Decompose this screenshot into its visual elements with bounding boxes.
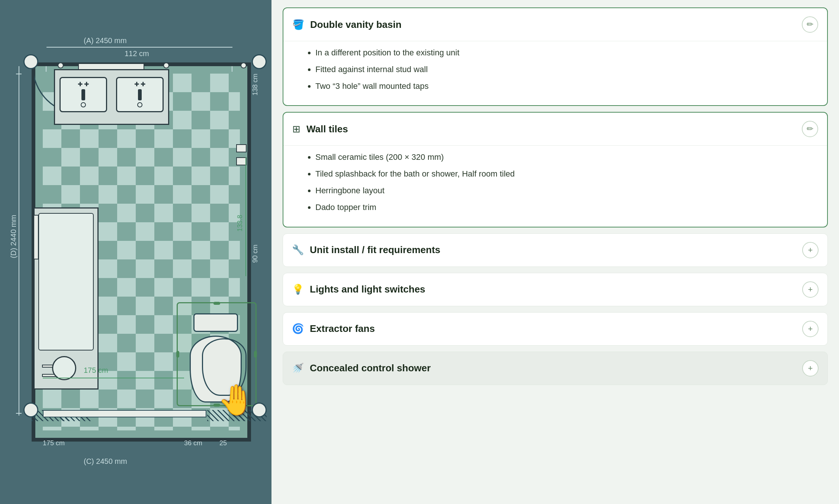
dim-36-label: 36 cm [184, 439, 202, 447]
lights-add-icon: + [808, 285, 813, 294]
section-unit-install: 🔧 Unit install / fit requirements + [283, 233, 828, 267]
dim-a-label: (A) 2450 mm [84, 36, 127, 45]
install-add-button[interactable]: + [802, 242, 819, 258]
dim-138-label: 138 cm [251, 74, 259, 96]
dim-d-label: (D) 2440 mm [9, 215, 18, 258]
floor-plan-panel: ✚ ✚ ✚ ✚ [0, 0, 271, 504]
section-double-vanity-basin: 🪣 Double vanity basin ✏ In a different p… [283, 7, 828, 106]
section-header-fans[interactable]: 🌀 Extractor fans + [283, 313, 827, 345]
section-header-install[interactable]: 🔧 Unit install / fit requirements + [283, 234, 827, 266]
lights-title: Lights and light switches [310, 284, 425, 295]
right-panel: 🪣 Double vanity basin ✏ In a different p… [271, 0, 839, 504]
section-header-left-basin: 🪣 Double vanity basin [292, 19, 402, 30]
tiles-item-0: Small ceramic tiles (200 × 320 mm) [315, 152, 818, 163]
section-header-left-lights: 💡 Lights and light switches [292, 284, 425, 295]
dim-c-label: (C) 2450 mm [84, 457, 127, 466]
tiles-edit-button[interactable]: ✏ [802, 121, 818, 137]
corner-bottom-left [23, 403, 38, 417]
corner-top-right [252, 54, 267, 69]
tap-left-icon: ✚ ✚ [78, 81, 89, 88]
basin-body: In a different position to the existing … [283, 41, 827, 105]
bath-drain [52, 356, 76, 380]
drain-left [81, 102, 86, 107]
section-header-left-fans: 🌀 Extractor fans [292, 323, 375, 335]
tiles-item-3: Dado topper trim [315, 202, 818, 213]
basin-right: ✚ ✚ [116, 77, 164, 112]
shower-icon: 🚿 [292, 362, 304, 374]
basin-tap-right [138, 89, 142, 100]
meas-vert-label: 133.8 [236, 215, 244, 232]
toilet-tank [193, 313, 238, 332]
section-header-basin: 🪣 Double vanity basin ✏ [283, 8, 827, 41]
drain-right [137, 102, 142, 107]
meas-horiz-label: 175 cm [84, 366, 108, 375]
tiles-list: Small ceramic tiles (200 × 320 mm) Tiled… [308, 146, 818, 213]
tiles-title: Wall tiles [306, 123, 348, 135]
section-header-left-shower: 🚿 Concealed control shower [292, 362, 431, 374]
dim-175-label: 175 cm [43, 439, 65, 447]
lights-add-button[interactable]: + [802, 281, 819, 298]
section-wall-tiles: ⊞ Wall tiles ✏ Small ceramic tiles (200 … [283, 112, 828, 227]
tiles-icon: ⊞ [292, 123, 300, 135]
basin-edit-button[interactable]: ✏ [802, 16, 818, 33]
section-header-tiles: ⊞ Wall tiles ✏ [283, 113, 827, 145]
tiles-item-2: Herringbone layout [315, 185, 818, 197]
section-concealed-shower: 🚿 Concealed control shower + [283, 352, 828, 385]
fans-add-button[interactable]: + [802, 321, 819, 337]
green-dot-right [254, 351, 257, 358]
fans-icon: 🌀 [292, 323, 304, 335]
tiles-item-1: Tiled splashback for the bath or shower,… [315, 168, 818, 180]
install-add-icon: + [808, 245, 813, 255]
dim-top-tick-r [232, 66, 232, 72]
knob-tl [58, 62, 64, 68]
fixture-r2 [236, 157, 247, 165]
dim-25-label: 25 [219, 439, 227, 447]
basin-left: ✚ ✚ [60, 77, 107, 112]
basin-item-0: In a different position to the existing … [315, 47, 818, 59]
dim-left-tick-b [16, 413, 22, 414]
towel-rail [33, 215, 39, 259]
basin-list: In a different position to the existing … [308, 41, 818, 92]
shower-add-button[interactable]: + [802, 360, 819, 377]
lights-icon: 💡 [292, 284, 304, 295]
fans-title: Extractor fans [310, 323, 375, 335]
section-header-left-tiles: ⊞ Wall tiles [292, 123, 348, 135]
section-extractor-fans: 🌀 Extractor fans + [283, 312, 828, 346]
dim-left-line [19, 66, 19, 416]
section-header-lights[interactable]: 💡 Lights and light switches + [283, 273, 827, 306]
tap-right-icon: ✚ ✚ [134, 81, 145, 88]
tiles-edit-icon: ✏ [807, 124, 813, 134]
section-lights: 💡 Lights and light switches + [283, 273, 828, 306]
section-header-shower[interactable]: 🚿 Concealed control shower + [283, 352, 827, 385]
floor-plan-container: ✚ ✚ ✚ ✚ [9, 29, 262, 475]
dim-90-label: 90 cm [251, 245, 259, 263]
green-dot-left [176, 351, 179, 358]
basin-tap-left [81, 89, 85, 100]
knob-tr2 [241, 62, 247, 68]
basin-title: Double vanity basin [310, 19, 402, 30]
mirror-top [78, 63, 144, 70]
green-dot-top [213, 302, 220, 305]
bath-tub [38, 213, 94, 350]
door-line [32, 66, 34, 114]
corner-top-left [23, 54, 38, 69]
edit-icon: ✏ [807, 20, 813, 29]
fixture-r1 [236, 144, 247, 152]
bottom-bar [43, 410, 206, 417]
shower-add-icon: + [808, 364, 813, 373]
basin-icon: 🪣 [292, 19, 304, 30]
section-header-left-install: 🔧 Unit install / fit requirements [292, 244, 440, 256]
knob-tr [163, 62, 169, 68]
vanity-unit: ✚ ✚ ✚ ✚ [54, 69, 169, 125]
shower-title: Concealed control shower [310, 362, 431, 374]
dim-left-tick-t [16, 74, 22, 74]
install-icon: 🔧 [292, 244, 304, 256]
install-title: Unit install / fit requirements [310, 244, 440, 256]
basin-item-2: Two “3 hole” wall mounted taps [315, 81, 818, 92]
basin-item-1: Fitted against internal stud wall [315, 64, 818, 75]
tiles-body: Small ceramic tiles (200 × 320 mm) Tiled… [283, 145, 827, 226]
dim-top-tick-l [46, 66, 46, 72]
dim-112-label: 112 cm [125, 49, 149, 58]
meas-horiz [43, 378, 184, 378]
fans-add-icon: + [808, 324, 813, 334]
